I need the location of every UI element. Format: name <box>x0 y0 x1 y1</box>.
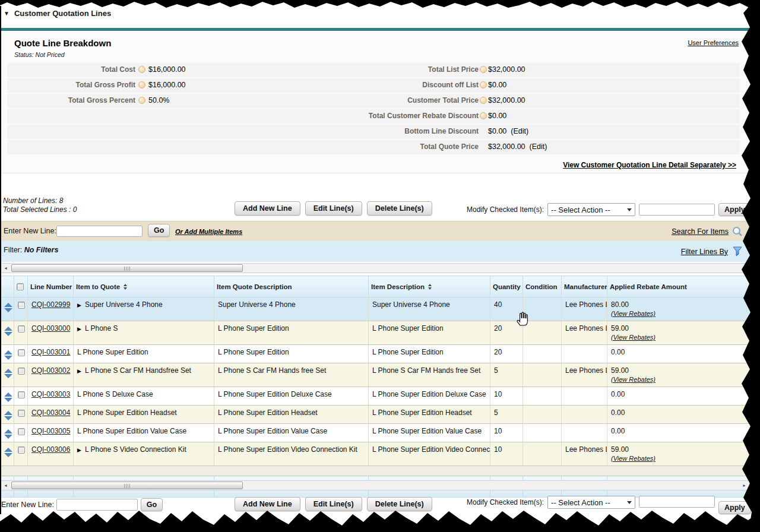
sort-icon <box>124 284 127 290</box>
delete-lines-button[interactable]: Delete Line(s) <box>367 497 432 511</box>
collapse-icon[interactable]: ▼ <box>4 10 10 17</box>
add-new-line-button[interactable]: Add New Line <box>235 497 300 511</box>
filter-lines-by-link[interactable]: Filter Lines By <box>681 248 728 256</box>
reorder-handle-icon[interactable] <box>4 303 12 312</box>
reorder-handle-icon[interactable] <box>4 327 12 336</box>
edit-lines-button[interactable]: Edit Line(s) <box>305 201 362 216</box>
line-number-link[interactable]: CQI-002999 <box>31 300 70 309</box>
table-row: CQI-002999 ▶Super Universe 4 Phone Super… <box>1 297 760 321</box>
header-applied-rebate-amount[interactable]: Applied Rebate Amount <box>607 276 760 297</box>
row-checkbox[interactable] <box>18 302 25 309</box>
line-number-link[interactable]: CQI-003004 <box>31 408 70 417</box>
row-checkbox[interactable] <box>18 410 25 417</box>
customer-total-price-label: Customer Total Price <box>331 96 479 104</box>
line-number-link[interactable]: CQI-003005 <box>31 427 70 435</box>
help-icon[interactable] <box>480 66 487 73</box>
totals-row: Bottom Line Discount $0.00(Edit) <box>7 125 740 139</box>
view-rebates-link[interactable]: (View Rebates) <box>611 309 756 318</box>
apply-button[interactable]: Apply <box>718 501 751 514</box>
row-checkbox[interactable] <box>18 349 25 356</box>
header-condition[interactable]: Condition <box>523 276 562 297</box>
reorder-handle-icon[interactable] <box>4 411 12 420</box>
new-line-input[interactable] <box>56 226 142 237</box>
enter-new-line-label: Enter New Line: <box>4 227 56 235</box>
horizontal-scrollbar[interactable]: ◂ ▸ <box>0 263 750 273</box>
edit-link[interactable]: (Edit) <box>530 142 547 151</box>
panel-title: Quote Line Breakdown <box>14 38 111 48</box>
line-number-link[interactable]: CQI-003006 <box>31 445 70 454</box>
view-rebates-link[interactable]: (View Rebates) <box>611 454 756 463</box>
select-action-dropdown[interactable]: -- Select Action -- <box>547 203 635 216</box>
total-selected-lines-text: Total Selected Lines : 0 <box>3 205 77 214</box>
line-number-link[interactable]: CQI-003002 <box>31 366 70 375</box>
header-item-description[interactable]: Item Description <box>369 276 490 297</box>
help-icon[interactable] <box>138 66 145 73</box>
view-rebates-link[interactable]: (View Rebates) <box>611 375 756 384</box>
select-action-dropdown[interactable]: -- Select Action -- <box>547 496 635 509</box>
edit-link[interactable]: (Edit) <box>511 127 528 135</box>
expand-icon[interactable]: ▶ <box>77 447 81 453</box>
header-manufacturer[interactable]: Manufacturer <box>562 276 607 297</box>
scrollbar-thumb[interactable] <box>11 482 243 489</box>
new-line-input[interactable] <box>56 499 138 511</box>
scroll-right-icon[interactable]: ▸ <box>740 482 749 489</box>
scrollbar-thumb[interactable] <box>11 264 243 272</box>
row-checkbox[interactable] <box>18 428 25 435</box>
view-rebates-link[interactable]: (View Rebates) <box>611 333 756 341</box>
row-checkbox[interactable] <box>18 325 25 332</box>
header-item-quote-description[interactable]: Item Quote Description <box>214 276 369 297</box>
help-icon[interactable] <box>138 97 145 104</box>
modify-value-input[interactable] <box>639 496 715 508</box>
reorder-handle-icon[interactable] <box>4 350 12 360</box>
search-icon[interactable] <box>733 227 742 236</box>
help-icon[interactable] <box>480 112 487 119</box>
scroll-right-icon[interactable]: ▸ <box>740 264 749 272</box>
expand-icon[interactable]: ▶ <box>77 302 81 308</box>
header-line-number[interactable]: Line Number <box>28 276 74 297</box>
bottom-line-action-buttons: Add New Line Edit Line(s) Delete Line(s) <box>235 497 432 511</box>
go-button[interactable]: Go <box>141 498 163 511</box>
discount-off-list-label: Discount off List <box>331 81 479 89</box>
add-multiple-items-link[interactable]: Or Add Multiple Items <box>175 228 242 235</box>
line-number-link[interactable]: CQI-003003 <box>31 390 70 398</box>
row-checkbox[interactable] <box>18 446 25 454</box>
total-customer-rebate-discount-label: Total Customer Rebate Discount <box>331 112 479 120</box>
header-quantity[interactable]: Quantity <box>490 276 523 297</box>
add-new-line-button[interactable]: Add New Line <box>235 201 300 216</box>
reorder-handle-icon[interactable] <box>4 369 12 378</box>
apply-button[interactable]: Apply <box>718 203 751 216</box>
expand-icon[interactable]: ▶ <box>77 368 81 374</box>
reorder-handle-icon[interactable] <box>4 429 12 439</box>
edit-lines-button[interactable]: Edit Line(s) <box>305 497 362 511</box>
delete-lines-button[interactable]: Delete Line(s) <box>367 201 432 216</box>
header-item-to-quote[interactable]: Item to Quote <box>74 276 214 297</box>
line-number-link[interactable]: CQI-003000 <box>31 324 70 332</box>
reorder-handle-icon[interactable] <box>4 392 12 402</box>
help-icon[interactable] <box>138 81 145 88</box>
table-gap-row <box>1 466 760 476</box>
search-for-items-link[interactable]: Search For Items <box>672 227 729 236</box>
modify-value-input[interactable] <box>639 204 715 216</box>
table-row: CQI-003006 ▶L Phone S Video Connection K… <box>1 442 760 466</box>
help-icon[interactable] <box>480 97 487 104</box>
bottom-modify-checked-items-group: Modify Checked Item(s): -- Select Action… <box>467 496 751 514</box>
horizontal-scrollbar[interactable]: ◂ ▸ <box>0 480 750 490</box>
total-gross-profit-value: $16,000.00 <box>148 81 186 89</box>
table-row: CQI-003005 L Phone Super Edition Value C… <box>1 424 760 442</box>
scroll-left-icon[interactable]: ◂ <box>1 264 10 272</box>
go-button[interactable]: Go <box>148 224 170 237</box>
row-checkbox[interactable] <box>18 368 25 375</box>
view-detail-separately-link[interactable]: View Customer Quotation Line Detail Sepa… <box>563 161 736 169</box>
row-checkbox[interactable] <box>18 391 25 398</box>
reorder-handle-icon[interactable] <box>4 448 12 457</box>
table-row: CQI-003003 L Phone S Deluxe Case L Phone… <box>1 387 760 406</box>
user-preferences-link[interactable]: User Preferences <box>688 39 739 46</box>
help-icon[interactable] <box>480 81 487 88</box>
search-for-items-group: Search For Items <box>672 227 742 236</box>
filter-funnel-icon[interactable] <box>733 246 742 256</box>
select-all-checkbox[interactable] <box>17 283 24 290</box>
enter-new-line-bar: Enter New Line: Go Or Add Multiple Items… <box>0 221 760 241</box>
scroll-left-icon[interactable]: ◂ <box>1 482 10 489</box>
expand-icon[interactable]: ▶ <box>77 326 81 332</box>
line-number-link[interactable]: CQI-003001 <box>31 348 70 356</box>
